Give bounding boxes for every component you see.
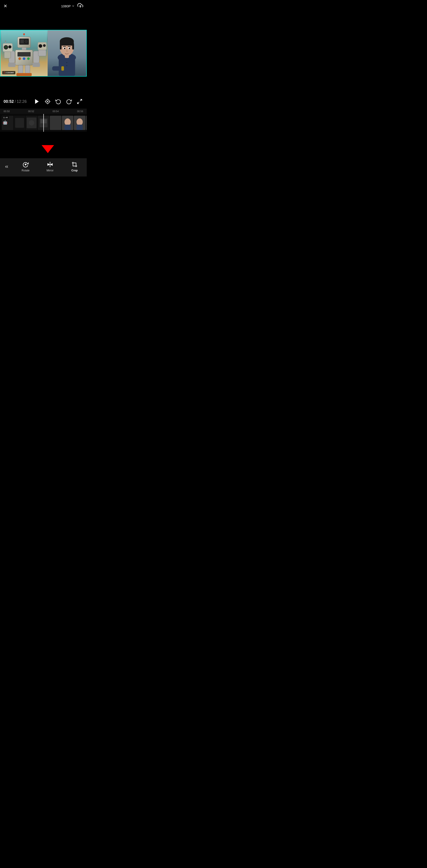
svg-point-55 <box>66 62 67 63</box>
svg-point-34 <box>43 44 45 47</box>
svg-point-9 <box>23 33 25 35</box>
timeline-track[interactable]: 11:45 🤖 <box>0 114 87 132</box>
timeline-thumb-7[interactable] <box>86 116 87 130</box>
person-illustration <box>47 30 86 76</box>
thumb-preview-6 <box>74 116 86 130</box>
svg-text:🤖: 🤖 <box>3 120 8 125</box>
video-preview: Z Z ZOOMIT <box>0 30 87 76</box>
play-icon <box>34 98 40 104</box>
redo-icon <box>66 99 72 104</box>
thumb-preview-5 <box>62 116 73 130</box>
toolbar-back-button[interactable] <box>0 164 13 169</box>
svg-point-31 <box>5 40 6 42</box>
svg-rect-29 <box>4 52 11 58</box>
timeline-ruler: 00:50 00:52 00:54 00:56 <box>0 108 87 114</box>
svg-point-69 <box>29 120 34 126</box>
timeline-thumb-1[interactable] <box>14 116 25 130</box>
playback-buttons <box>33 98 83 105</box>
thumb-preview-7 <box>86 116 87 130</box>
timeline-thumb-6[interactable] <box>74 116 86 130</box>
svg-point-52 <box>69 48 70 48</box>
ruler-mark-0: 00:50 <box>4 110 10 113</box>
svg-rect-46 <box>72 43 74 50</box>
svg-marker-87 <box>50 163 53 166</box>
svg-line-61 <box>80 99 82 101</box>
svg-line-62 <box>77 102 79 104</box>
timeline-thumb-0[interactable]: 11:45 🤖 <box>2 116 13 130</box>
ruler-mark-3: 00:56 <box>77 110 83 113</box>
bottom-toolbar: Rotate Mirror Crop <box>0 158 87 177</box>
svg-rect-18 <box>8 63 15 67</box>
svg-point-13 <box>19 57 21 60</box>
svg-rect-80 <box>76 125 83 130</box>
svg-rect-10 <box>22 48 26 50</box>
back-icon <box>4 164 9 169</box>
svg-point-79 <box>76 118 83 126</box>
toolbar-item-mirror[interactable]: Mirror <box>38 161 62 172</box>
svg-marker-86 <box>47 163 50 166</box>
svg-rect-21 <box>25 65 30 74</box>
timeline-thumb-4[interactable] <box>50 116 61 130</box>
timeline-playhead <box>43 114 44 132</box>
svg-rect-20 <box>18 65 23 74</box>
svg-rect-81 <box>86 116 87 130</box>
export-button[interactable] <box>77 3 83 9</box>
upload-icon <box>77 3 83 8</box>
thumb-duration: 11:45 <box>2 116 9 119</box>
svg-rect-19 <box>32 63 40 67</box>
toolbar-item-crop[interactable]: Crop <box>62 161 87 172</box>
keyframe-button[interactable] <box>44 98 51 105</box>
undo-button[interactable] <box>55 98 62 105</box>
crop-label: Crop <box>71 169 77 172</box>
person-scene <box>47 30 86 76</box>
svg-point-51 <box>69 48 70 49</box>
svg-point-48 <box>64 48 65 49</box>
middle-spacer <box>0 76 87 86</box>
svg-rect-4 <box>20 40 24 43</box>
video-preview-area: Z Z ZOOMIT <box>0 21 87 76</box>
keyframe-icon <box>45 99 51 104</box>
timeline-thumb-5[interactable] <box>62 116 73 130</box>
mirror-label: Mirror <box>46 169 53 172</box>
close-button[interactable]: ✕ <box>4 3 7 9</box>
fullscreen-icon <box>77 99 83 104</box>
svg-point-27 <box>5 46 7 48</box>
fullscreen-button[interactable] <box>76 98 83 105</box>
svg-point-33 <box>39 44 42 48</box>
redo-button[interactable] <box>65 98 72 105</box>
top-bar: ✕ 1080P <box>0 0 87 12</box>
thumb-preview-2 <box>26 116 37 130</box>
svg-marker-57 <box>35 99 39 104</box>
toolbar-item-rotate[interactable]: Rotate <box>13 161 38 172</box>
crop-icon <box>71 161 77 167</box>
robot-illustration <box>0 30 47 76</box>
arrow-indicator-area <box>0 132 87 158</box>
svg-rect-45 <box>60 43 62 50</box>
svg-rect-54 <box>61 66 64 71</box>
svg-rect-23 <box>23 73 32 76</box>
svg-rect-74 <box>50 116 61 130</box>
svg-rect-35 <box>38 50 46 56</box>
zoomit-badge: Z Z ZOOMIT <box>2 71 15 74</box>
arrow-head <box>41 145 54 153</box>
playback-controls-bar: 00:52 / 12:26 <box>0 94 87 108</box>
svg-rect-44 <box>60 41 74 45</box>
play-button[interactable] <box>33 98 40 105</box>
mirror-icon <box>47 161 53 167</box>
thumb-preview-4 <box>50 116 61 130</box>
thumb-preview-1 <box>14 116 25 130</box>
svg-point-14 <box>23 57 25 60</box>
svg-rect-77 <box>65 125 71 130</box>
timeline-thumb-2[interactable] <box>26 116 37 130</box>
chevron-down-icon <box>72 4 75 7</box>
resolution-button[interactable]: 1080P <box>61 4 75 8</box>
svg-rect-66 <box>15 118 24 128</box>
svg-point-28 <box>8 45 11 49</box>
video-left-panel: Z Z ZOOMIT <box>0 30 47 76</box>
top-spacer <box>0 12 87 21</box>
time-display: 00:52 / 12:26 <box>4 99 27 104</box>
video-right-panel <box>47 30 86 76</box>
ruler-mark-1: 00:52 <box>28 110 34 113</box>
svg-point-15 <box>27 57 30 60</box>
svg-point-56 <box>66 65 67 66</box>
